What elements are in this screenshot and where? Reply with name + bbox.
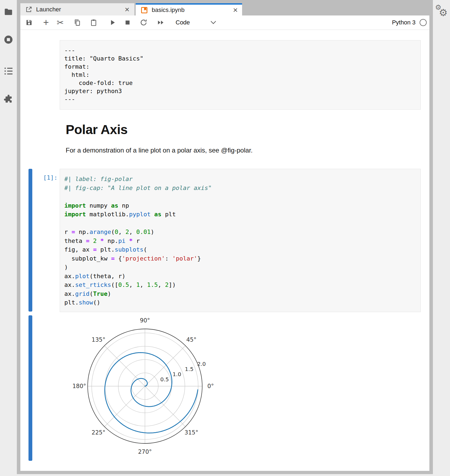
notebook-file-icon — [141, 7, 148, 14]
svg-text:45°: 45° — [186, 337, 196, 343]
gear-icon: ⚙ — [439, 7, 448, 18]
tab-bar: Launcher × basics.ipynb × — [20, 3, 429, 15]
svg-text:180°: 180° — [72, 383, 86, 389]
code-cell-content: #| label: fig-polar#| fig-cap: "A line p… — [64, 175, 416, 307]
cut-cells-button[interactable]: ✂ — [57, 15, 64, 30]
file-browser-icon[interactable] — [4, 7, 13, 17]
kernel-name[interactable]: Python 3 — [392, 19, 416, 26]
launcher-icon — [25, 6, 32, 13]
svg-text:0°: 0° — [207, 383, 214, 389]
restart-kernel-button[interactable] — [140, 15, 147, 30]
polar-plot: 0°45°90°135°180°225°270°315°0.51.01.52.0 — [66, 307, 224, 465]
raw-cell-content: ---title: "Quarto Basics"format: html: c… — [64, 46, 416, 103]
scissors-icon: ✂ — [57, 18, 64, 27]
svg-text:1.0: 1.0 — [173, 371, 181, 377]
output-collapser[interactable] — [28, 315, 32, 461]
markdown-heading: Polar Axis — [66, 122, 128, 137]
output-area: 0°45°90°135°180°225°270°315°0.51.01.52.0 — [66, 307, 224, 465]
tab-launcher[interactable]: Launcher × — [20, 3, 135, 15]
svg-text:225°: 225° — [92, 429, 106, 436]
chevron-down-icon[interactable] — [210, 15, 216, 30]
svg-text:0.5: 0.5 — [160, 376, 169, 383]
table-of-contents-icon[interactable] — [4, 66, 13, 76]
paste-cells-button[interactable] — [90, 15, 97, 30]
copy-cells-button[interactable] — [74, 15, 81, 30]
execution-count: [1]: — [35, 174, 58, 181]
svg-text:315°: 315° — [185, 429, 198, 436]
notebook-panel: Launcher × basics.ipynb × + ✂ — [20, 3, 429, 471]
restart-run-all-button[interactable] — [157, 15, 165, 30]
input-collapser[interactable] — [28, 169, 32, 312]
save-button[interactable] — [25, 15, 33, 30]
code-cell-editor[interactable]: #| label: fig-polar#| fig-cap: "A line p… — [60, 169, 421, 312]
notebook-toolbar: + ✂ Code — [20, 15, 429, 30]
notebook-content: ---title: "Quarto Basics"format: html: c… — [20, 30, 429, 471]
raw-cell-editor[interactable]: ---title: "Quarto Basics"format: html: c… — [60, 40, 421, 110]
kernel-area: Python 3 — [392, 15, 427, 30]
tab-basics-ipynb[interactable]: basics.ipynb × — [136, 3, 242, 15]
right-sidebar: ⚙ ⚙ — [433, 0, 450, 476]
svg-text:90°: 90° — [140, 317, 150, 324]
plus-icon: + — [43, 17, 49, 28]
svg-text:270°: 270° — [138, 449, 152, 455]
bottom-strip — [17, 474, 433, 476]
running-kernels-icon[interactable] — [4, 35, 13, 45]
extensions-icon[interactable] — [4, 94, 13, 104]
insert-cell-button[interactable]: + — [43, 15, 49, 30]
svg-text:2.0: 2.0 — [197, 361, 206, 367]
close-icon[interactable]: × — [124, 5, 130, 14]
run-cell-button[interactable] — [109, 15, 116, 30]
svg-text:1.5: 1.5 — [185, 366, 194, 372]
interrupt-kernel-button[interactable] — [125, 15, 131, 30]
close-icon[interactable]: × — [232, 6, 238, 14]
svg-text:135°: 135° — [92, 337, 106, 343]
markdown-paragraph: For a demonstration of a line plot on a … — [66, 147, 253, 154]
tab-label: Launcher — [36, 6, 124, 13]
cell-type-dropdown[interactable]: Code — [176, 15, 190, 30]
tab-label: basics.ipynb — [152, 7, 232, 14]
kernel-status-icon[interactable] — [420, 19, 427, 26]
settings-gears-icon[interactable]: ⚙ ⚙ — [435, 3, 449, 18]
cell-type-value: Code — [176, 19, 190, 26]
left-sidebar — [0, 0, 17, 476]
